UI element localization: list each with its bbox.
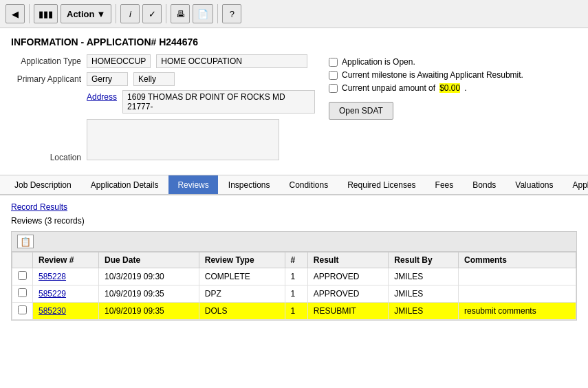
action-label: Action: [67, 9, 94, 19]
separator2: [116, 4, 116, 23]
row-result: RESUBMIT: [307, 303, 389, 320]
open-sdat-button[interactable]: Open SDAT: [329, 102, 393, 120]
info-right: Application is Open. Current milestone i…: [329, 54, 577, 166]
table-export-button[interactable]: 📋: [17, 235, 34, 248]
row-due-date: 10/3/2019 09:30: [99, 268, 199, 285]
location-section: Location: [11, 119, 315, 162]
col-due-date: Due Date: [99, 252, 199, 268]
milestone-label: Current milestone is Awaiting Applicant …: [342, 70, 523, 80]
row-comments: resubmit comments: [458, 303, 576, 320]
row-review-type: DPZ: [199, 285, 285, 303]
tab-reviews[interactable]: Reviews: [168, 175, 217, 194]
checkbox-milestone: Current milestone is Awaiting Applicant …: [329, 70, 577, 80]
table-row: 58523010/9/2019 09:35DOLS1RESUBMITJMILES…: [12, 303, 576, 320]
stats-button[interactable]: ▮▮▮: [34, 4, 58, 23]
row-result: APPROVED: [307, 285, 389, 303]
review-link[interactable]: 585230: [39, 306, 66, 316]
row-checkbox[interactable]: [18, 271, 27, 280]
action-dropdown-icon: ▼: [96, 9, 105, 19]
address-text: 1609 THOMAS DR POINT OF ROCKS MD 21777-: [122, 90, 315, 114]
col-num: #: [285, 252, 307, 268]
review-link[interactable]: 585229: [39, 289, 66, 299]
tabs-bar: Job DescriptionApplication DetailsReview…: [0, 175, 588, 195]
app-type-code: HOMEOCCUP: [87, 54, 151, 68]
row-id: 585228: [33, 268, 99, 285]
doc-button[interactable]: 📄: [193, 4, 213, 23]
col-result: Result: [307, 252, 389, 268]
address-link[interactable]: Address: [87, 92, 117, 102]
milestone-checkbox[interactable]: [329, 71, 338, 80]
table-toolbar: 📋: [12, 232, 576, 252]
app-type-label: Application Type: [11, 56, 87, 66]
reviews-tbody: 58522810/3/2019 09:30COMPLETE1APPROVEDJM…: [12, 268, 576, 320]
reviews-table-head: Review # Due Date Review Type # Result R…: [12, 252, 576, 268]
row-checkbox[interactable]: [18, 288, 27, 297]
row-result-by: JMILES: [389, 285, 459, 303]
checkbox-open: Application is Open.: [329, 57, 577, 67]
tab-job-description[interactable]: Job Description: [6, 175, 80, 194]
row-checkbox-cell: [12, 268, 33, 285]
row-num: 1: [285, 268, 307, 285]
row-id: 585229: [33, 285, 99, 303]
toolbar: ◀ ▮▮▮ Action ▼ i ✓ 🖶 📄 ?: [0, 0, 588, 28]
primary-applicant-label: Primary Applicant: [11, 74, 87, 84]
tab-inspections[interactable]: Inspections: [219, 175, 279, 194]
print-button[interactable]: 🖶: [171, 4, 190, 23]
reviews-table: Review # Due Date Review Type # Result R…: [12, 252, 576, 320]
location-box: [87, 119, 279, 160]
table-row: 58522910/9/2019 09:35DPZ1APPROVEDJMILES: [12, 285, 576, 303]
info-section: INFORMATION - APPLICATION# H244676 Appli…: [0, 28, 588, 175]
row-checkbox[interactable]: [18, 305, 27, 314]
review-link[interactable]: 585228: [39, 272, 66, 281]
col-review-type: Review Type: [199, 252, 285, 268]
tab-fees[interactable]: Fees: [426, 175, 463, 194]
reviews-table-wrap: 📋 Review # Due Date Review Type # Result…: [11, 231, 577, 321]
tab-applicants[interactable]: Applicants: [563, 175, 588, 194]
row-due-date: 10/9/2019 09:35: [99, 303, 199, 320]
unpaid-checkbox[interactable]: [329, 84, 338, 93]
info-body: Application Type HOMEOCCUP HOME OCCUPATI…: [11, 54, 577, 166]
app-type-value: HOMEOCCUP HOME OCCUPATION: [87, 54, 307, 68]
help-button[interactable]: ?: [222, 4, 241, 23]
row-comments: [458, 268, 576, 285]
tab-conditions[interactable]: Conditions: [281, 175, 338, 194]
location-row: Location: [11, 119, 315, 162]
tab-required-licenses[interactable]: Required Licenses: [338, 175, 424, 194]
open-label: Application is Open.: [342, 57, 415, 67]
row-review-type: DOLS: [199, 303, 285, 320]
unpaid-label-suffix: .: [464, 83, 466, 93]
address-row: Address 1609 THOMAS DR POINT OF ROCKS MD…: [11, 90, 315, 114]
info-left: Application Type HOMEOCCUP HOME OCCUPATI…: [11, 54, 315, 166]
action-button[interactable]: Action ▼: [61, 4, 111, 23]
app-type-name: HOME OCCUPATION: [156, 54, 307, 68]
unpaid-amount: $0.00: [439, 83, 460, 93]
row-checkbox-cell: [12, 303, 33, 320]
row-checkbox-cell: [12, 285, 33, 303]
separator4: [217, 4, 218, 23]
row-due-date: 10/9/2019 09:35: [99, 285, 199, 303]
row-review-type: COMPLETE: [199, 268, 285, 285]
location-label: Location: [11, 153, 87, 162]
separator3: [166, 4, 166, 23]
row-num: 1: [285, 285, 307, 303]
tab-bonds[interactable]: Bonds: [464, 175, 505, 194]
tab-valuations[interactable]: Valuations: [506, 175, 562, 194]
row-comments: [458, 285, 576, 303]
row-id: 585230: [33, 303, 99, 320]
row-result-by: JMILES: [389, 303, 459, 320]
record-results-link[interactable]: Record Results: [11, 202, 67, 212]
open-checkbox[interactable]: [329, 58, 338, 67]
separator: [29, 4, 30, 23]
check-button[interactable]: ✓: [142, 4, 162, 23]
unpaid-label-prefix: Current unpaid amount of: [342, 83, 435, 93]
col-check: [12, 252, 33, 268]
tab-application-details[interactable]: Application Details: [82, 175, 168, 194]
row-num: 1: [285, 303, 307, 320]
reviews-section: Record Results Reviews (3 records) 📋 Rev…: [0, 195, 588, 327]
first-name: Gerry: [87, 72, 128, 86]
info-button[interactable]: i: [120, 4, 140, 23]
col-comments: Comments: [458, 252, 576, 268]
primary-applicant-value: Gerry Kelly: [87, 72, 175, 86]
back-button[interactable]: ◀: [6, 4, 25, 23]
col-review-num: Review #: [33, 252, 99, 268]
